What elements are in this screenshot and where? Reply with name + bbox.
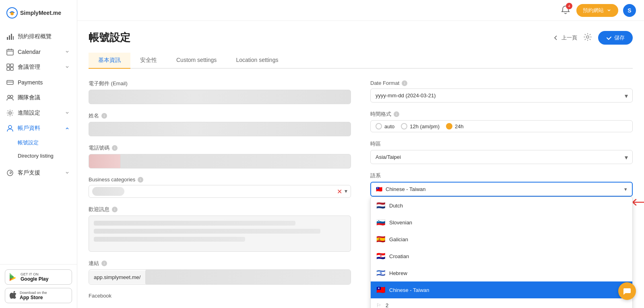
- category-dropdown-button[interactable]: ▾: [345, 188, 347, 195]
- link-prefix: app.simplymeet.me/: [89, 271, 146, 284]
- form-grid: 電子郵件 (Email) 姓名 i 電話號碼 i: [89, 80, 633, 307]
- google-play-badge[interactable]: GET IT ON Google Play: [5, 269, 72, 285]
- sidebar-sub-item-directory[interactable]: Directory listing: [0, 150, 77, 162]
- sidebar-item-advanced[interactable]: 進階設定: [0, 105, 77, 121]
- time-auto-radio[interactable]: [376, 123, 382, 129]
- link-group: 連結 i app.simplymeet.me/: [89, 260, 351, 285]
- back-button[interactable]: 上一頁: [553, 34, 577, 41]
- sidebar-item-account[interactable]: 帳戶資料: [0, 121, 77, 136]
- sidebar-item-calendar[interactable]: Calendar: [0, 44, 77, 60]
- app-store-badge[interactable]: Download on the App Store: [5, 288, 72, 303]
- welcome-info-icon[interactable]: i: [112, 207, 118, 212]
- lang-option-slovenian[interactable]: 🇸🇮 Slovenian: [371, 214, 632, 231]
- name-info-icon[interactable]: i: [101, 113, 107, 119]
- remove-category-button[interactable]: ✕: [337, 188, 342, 195]
- time-format-info-icon[interactable]: i: [394, 111, 399, 117]
- support-chevron-icon: [64, 170, 70, 176]
- timezone-select-wrapper: Asia/Taipei: [370, 150, 633, 164]
- timezone-select[interactable]: Asia/Taipei: [370, 150, 633, 164]
- date-format-select[interactable]: yyyy-mm-dd (2024-03-21): [370, 88, 633, 103]
- logo[interactable]: SimplyMeet.me: [0, 0, 77, 26]
- croatian-flag: 🇭🇷: [376, 252, 385, 261]
- save-button[interactable]: 儲存: [598, 31, 633, 45]
- phone-label: 電話號碼 i: [89, 144, 351, 152]
- page-title: 帳號設定: [89, 31, 130, 45]
- date-format-info-icon[interactable]: i: [402, 80, 407, 86]
- google-play-label: Google Play: [21, 276, 48, 282]
- link-info-icon[interactable]: i: [101, 261, 107, 266]
- back-btn-label: 上一頁: [561, 34, 577, 41]
- language-select-button[interactable]: 🇹🇼 Chinese - Taiwan ▾: [370, 182, 633, 197]
- svg-rect-7: [8, 49, 9, 50]
- language-chevron-icon: ▾: [624, 186, 627, 192]
- dutch-label: Dutch: [389, 203, 403, 209]
- lang-option-galician[interactable]: 🇪🇸 Galician: [371, 231, 632, 248]
- sidebar-item-support[interactable]: 客戶支援: [0, 165, 77, 181]
- time-12h-option[interactable]: 12h (am/pm): [401, 123, 440, 129]
- page-actions: 上一頁 儲存: [553, 31, 633, 45]
- lang-option-chinese-taiwan[interactable]: 🇹🇼 Chinese - Taiwan: [371, 281, 632, 298]
- main-content: 4 預約網站 S 帳號設定 上一頁 儲存: [77, 0, 644, 308]
- support-icon: [6, 169, 14, 177]
- time-format-options: auto 12h (am/pm) 24h: [370, 120, 633, 132]
- tab-custom[interactable]: Custom settings: [167, 53, 226, 69]
- cat-actions: ✕ ▾: [337, 188, 347, 195]
- welcome-textarea[interactable]: [89, 216, 351, 252]
- tab-security[interactable]: 安全性: [130, 53, 167, 69]
- lang-option-croatian[interactable]: 🇭🇷 Croatian: [371, 248, 632, 265]
- language-select-wrapper: 🇹🇼 Chinese - Taiwan ▾ 🇳🇱 Dutch 🇸🇮: [370, 182, 633, 197]
- slovenian-flag: 🇸🇮: [376, 218, 385, 227]
- business-info-icon[interactable]: i: [138, 177, 143, 183]
- time-24h-option[interactable]: 24h: [446, 123, 464, 129]
- facebook-group: Facebook: [89, 293, 351, 299]
- top-header: 4 預約網站 S: [77, 0, 644, 21]
- user-avatar[interactable]: S: [623, 4, 636, 17]
- name-input[interactable]: [89, 122, 351, 136]
- link-label: 連結 i: [89, 260, 351, 267]
- email-input[interactable]: [89, 90, 351, 104]
- lang-option-dutch[interactable]: 🇳🇱 Dutch: [371, 197, 632, 214]
- time-12h-radio[interactable]: [401, 123, 407, 129]
- language-group: 語系 🇹🇼 Chinese - Taiwan ▾ 🇳🇱 Dutc: [370, 172, 633, 197]
- tab-basic[interactable]: 基本資訊: [89, 53, 130, 69]
- booking-btn-label: 預約網站: [583, 7, 604, 14]
- lang-option-2[interactable]: 🏳 2: [371, 298, 632, 308]
- business-categories-input[interactable]: ✕ ▾: [89, 185, 351, 198]
- time-24h-radio[interactable]: [446, 123, 452, 129]
- lang-option-hebrew[interactable]: 🇮🇱 Hebrew: [371, 265, 632, 281]
- link-suffix-input[interactable]: [146, 270, 351, 284]
- sidebar-sub-item-account-settings[interactable]: 帳號設定: [0, 136, 77, 150]
- sidebar-item-meetings-label: 會議管理: [18, 64, 60, 71]
- booking-website-button[interactable]: 預約網站: [576, 4, 618, 17]
- phone-prefix-input[interactable]: [89, 154, 121, 168]
- sidebar-item-support-label: 客戶支援: [18, 169, 60, 177]
- date-format-label: Date Format i: [370, 80, 633, 86]
- sidebar-nav: 預約排程概覽 Calendar 會議管理 Payments 團隊會議 進階設定: [0, 26, 77, 264]
- page-content-area: 帳號設定 上一頁 儲存 基本資訊 安全性 Custom settings Lo: [77, 21, 644, 308]
- phone-info-icon[interactable]: i: [112, 145, 118, 151]
- dutch-flag: 🇳🇱: [376, 201, 385, 210]
- tab-location[interactable]: Location settings: [226, 53, 288, 69]
- time-auto-option[interactable]: auto: [376, 123, 394, 129]
- user-icon: [6, 125, 14, 132]
- settings-gear-button[interactable]: [582, 31, 593, 44]
- chat-icon: [623, 287, 632, 296]
- business-categories-group: Business categories i ✕ ▾: [89, 177, 351, 198]
- svg-rect-3: [9, 35, 10, 40]
- notification-count: 4: [566, 3, 572, 9]
- notifications-button[interactable]: 4: [559, 4, 572, 17]
- sidebar-item-payments[interactable]: Payments: [0, 75, 77, 90]
- sidebar-item-team[interactable]: 團隊會議: [0, 90, 77, 105]
- svg-rect-5: [13, 36, 14, 40]
- sidebar-item-overview[interactable]: 預約排程概覽: [0, 29, 77, 44]
- svg-point-15: [10, 95, 13, 98]
- chat-support-button[interactable]: [618, 282, 636, 300]
- account-chevron-icon: [64, 125, 70, 131]
- phone-number-input[interactable]: [121, 154, 351, 168]
- calendar-icon: [6, 48, 14, 55]
- google-play-icon: [9, 273, 17, 281]
- lang-2-flag: 🏳: [376, 302, 382, 308]
- advanced-chevron-icon: [64, 110, 70, 116]
- svg-rect-13: [7, 80, 13, 84]
- sidebar-item-meetings[interactable]: 會議管理: [0, 60, 77, 75]
